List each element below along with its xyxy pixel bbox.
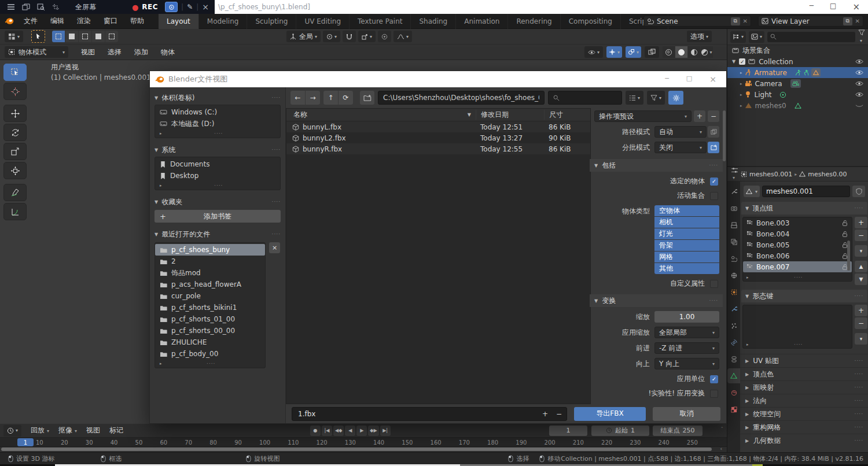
crop-capture-icon[interactable] (52, 3, 60, 10)
shading-wireframe[interactable] (663, 46, 675, 58)
recent-folder-item[interactable]: cur_pole (155, 290, 265, 302)
collapsed-panel-row[interactable]: ▶ UV 贴图 ···· (740, 354, 868, 367)
snap-magnet-icon[interactable] (343, 31, 356, 42)
lock-open-icon[interactable] (841, 220, 848, 227)
draw-tool-icon[interactable]: ✎ (187, 3, 193, 11)
tool-select-box-button[interactable] (3, 64, 27, 81)
select-mode-invert[interactable] (92, 31, 105, 42)
topbar-menu-item[interactable]: 渲染 (77, 16, 91, 26)
record-button[interactable]: ● (310, 426, 321, 436)
xray-toggle[interactable] (645, 46, 659, 58)
recent-folder-item[interactable]: p_cf_shoes_buny (155, 244, 265, 256)
editor-type-button[interactable] (5, 31, 23, 42)
properties-editor-type-button[interactable] (731, 167, 738, 181)
lock-open-icon[interactable] (841, 231, 848, 238)
eye-icon[interactable] (855, 70, 863, 75)
tool-transform-button[interactable] (3, 162, 27, 179)
recent-folder-item[interactable]: 饰品mod (155, 267, 265, 279)
pivot-point-dropdown[interactable] (323, 31, 340, 42)
frame-start-field[interactable]: 起始 1 (591, 426, 649, 436)
collection-checkbox[interactable]: ✓ (739, 58, 745, 65)
sort-descending-icon[interactable]: ▼ (468, 112, 471, 117)
object-type-toggle[interactable]: 网格 (654, 252, 719, 262)
outliner-light-row[interactable]: ▸ Light (727, 89, 868, 100)
list-resize-footer[interactable]: ▸ ···· (746, 342, 848, 347)
tab-render-icon[interactable] (727, 201, 740, 216)
outliner-search-input[interactable] (767, 32, 855, 42)
recent-section-header[interactable]: ▼最近打开的文件 ···· (155, 227, 281, 241)
move-group-down-button[interactable]: ▼ (855, 273, 867, 285)
remove-vertex-group-button[interactable]: − (855, 230, 867, 241)
apply-transform-checkbox[interactable] (710, 390, 718, 398)
outliner-scene-collection-row[interactable]: 场景集合 (727, 45, 868, 56)
path-mode-dropdown[interactable]: 自动▾ (654, 126, 707, 138)
shading-material[interactable] (688, 46, 700, 58)
operator-presets-dropdown[interactable]: 操作项预设 ▾ (594, 110, 692, 122)
workspace-tab[interactable]: Modeling (199, 14, 248, 29)
eye-icon[interactable] (855, 59, 863, 64)
scene-selector[interactable]: Scene ⧉ ✕ (643, 16, 751, 27)
recent-folder-item[interactable]: p_cf_shorts_00_00 (155, 325, 265, 336)
up-dropdown[interactable]: Y 向上▾ (654, 358, 719, 369)
dialog-close-button[interactable]: × (709, 75, 716, 84)
file-row[interactable]: bunnyL.fbx Today 12:51 86 KiB (286, 121, 590, 132)
remove-layer-icon[interactable]: ✕ (855, 18, 860, 24)
tab-particles-icon[interactable] (727, 318, 740, 333)
volume-item[interactable]: Windows (C:) (155, 106, 280, 118)
tab-material-icon[interactable] (727, 385, 740, 400)
tab-texture-icon[interactable] (727, 402, 740, 417)
viewport-menu-item[interactable]: 选择 (108, 47, 122, 57)
tool-scale-button[interactable] (3, 143, 27, 160)
dialog-minimize-button[interactable]: ─ (665, 75, 669, 84)
collapsed-panel-row[interactable]: ▶ 顶点色 ···· (740, 367, 868, 380)
recorder-close-icon[interactable]: × (202, 2, 209, 12)
tool-measure-button[interactable] (3, 203, 27, 220)
display-mode-button[interactable] (626, 91, 643, 105)
workspace-tab[interactable]: Compositing (561, 14, 621, 29)
tool-move-button[interactable] (3, 105, 27, 122)
play-button[interactable]: ▶ (356, 426, 367, 436)
forward-dropdown[interactable]: -Z 前进▾ (654, 342, 719, 354)
outliner-meshes0-row[interactable]: ▸ meshes0 (727, 100, 868, 111)
remove-shape-key-button[interactable]: − (855, 317, 867, 329)
add-bookmark-button[interactable]: + 添加书签 (155, 210, 281, 223)
breadcrumb-data-name[interactable]: meshes0.00 (808, 171, 847, 178)
shape-key-specials-button[interactable]: ▾ (855, 333, 867, 345)
new-layer-copy-icon[interactable]: ⧉ (843, 17, 852, 25)
eye-icon[interactable] (855, 81, 863, 86)
increment-minus-button[interactable]: − (556, 410, 562, 418)
create-folder-button[interactable] (360, 91, 374, 105)
select-mode-new[interactable] (52, 31, 65, 42)
batch-mode-dropdown[interactable]: 关闭▾ (654, 142, 707, 153)
workspace-tab[interactable]: Texture Paint (350, 14, 411, 29)
blender-logo-icon[interactable] (5, 17, 14, 25)
select-mode-intersect[interactable] (105, 31, 118, 42)
include-section-header[interactable]: ▼ 包括 ···· (590, 159, 723, 172)
export-fbx-button[interactable]: 导出FBX (574, 407, 646, 421)
timeline-scrollbar[interactable] (1, 447, 712, 451)
list-resize-footer[interactable]: ▸ ···· (746, 275, 848, 280)
section-resize-footer[interactable]: ▸···· (155, 130, 280, 137)
unlink-scene-icon[interactable]: ✕ (743, 18, 748, 24)
tab-constraints-icon[interactable] (727, 352, 740, 367)
apply-unit-checkbox[interactable]: ✓ (710, 375, 718, 383)
object-type-toggle[interactable]: 灯光 (654, 228, 719, 239)
column-date[interactable]: 修改日期 (476, 110, 544, 120)
fake-user-shield-button[interactable] (852, 186, 865, 197)
timeline-menu-item[interactable]: 抠像 (58, 426, 77, 435)
topbar-menu-item[interactable]: 文件 (24, 16, 38, 26)
scroll-up-indicator[interactable]: ˆ (721, 427, 724, 432)
vertex-list-scrollbar[interactable] (847, 241, 850, 271)
gizmos-toggle[interactable] (606, 46, 622, 58)
custom-properties-checkbox[interactable] (710, 280, 718, 288)
overlays-toggle[interactable] (626, 46, 641, 58)
outliner-armature-row[interactable]: ▸ Armature (727, 67, 868, 78)
workspace-tab[interactable]: Sculpting (247, 14, 296, 29)
workspace-tab[interactable]: Rendering (508, 14, 560, 29)
tab-physics-icon[interactable] (727, 335, 740, 350)
timeline-menu-item[interactable]: 视图 (86, 426, 100, 435)
new-scene-copy-icon[interactable]: ⧉ (731, 17, 740, 25)
mesh-name-field[interactable]: meshes0.001 (762, 186, 850, 197)
shading-solid[interactable] (675, 46, 687, 58)
vertex-groups-panel-header[interactable]: ▼ 顶点组 ···· (741, 202, 867, 214)
